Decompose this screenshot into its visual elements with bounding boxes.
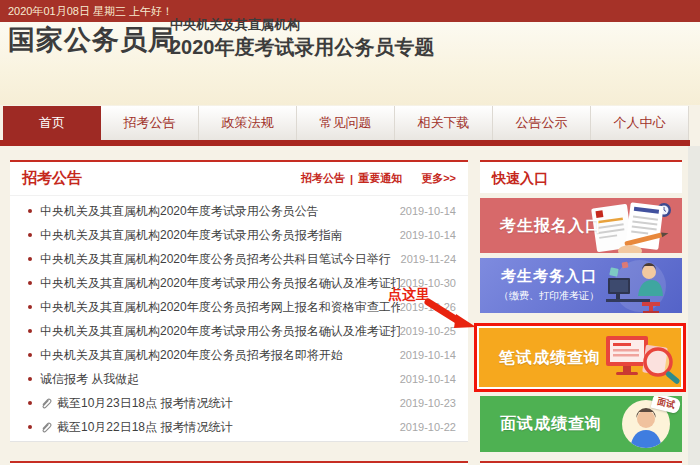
exam-affairs-button[interactable]: 考生考务入口 （缴费、打印准考证） xyxy=(480,258,682,313)
main-nav: 首页 招考公告 政策法规 常见问题 相关下载 公告公示 个人中心 xyxy=(0,106,700,140)
announcements-header-links: 招考公告 | 重要通知 更多>> xyxy=(301,171,456,186)
announcement-link[interactable]: 中央机关及其直属机构2020年度考试录用公务员报名确认及准考证打印咨询电话 xyxy=(40,275,400,292)
site-logo-title: 国家公务员局 xyxy=(8,22,176,58)
announcement-date: 2019-10-14 xyxy=(400,229,456,241)
interview-score-query-label: 面试成绩查询 xyxy=(500,414,602,435)
announcement-date: 2019-10-14 xyxy=(400,349,456,361)
list-item: 截至10月22日18点 报考情况统计2019-10-22 xyxy=(22,415,456,439)
bullet-icon xyxy=(28,377,32,381)
announcements-list: 中央机关及其直属机构2020年度考试录用公务员公告2019-10-14 中央机关… xyxy=(10,196,468,439)
announcements-panel-header: 招考公告 招考公告 | 重要通知 更多>> xyxy=(10,162,468,196)
datetime-text: 2020年01月08日 星期三 上午好！ xyxy=(8,5,173,17)
quick-entry-title: 快速入口 xyxy=(480,162,682,188)
list-item: 截至10月23日18点 报考情况统计2019-10-23 xyxy=(22,391,456,415)
announcement-link[interactable]: 中央机关及其直属机构2020年度公务员招考网上报名和资格审查工作结束 xyxy=(40,299,400,316)
bullet-icon xyxy=(28,233,32,237)
announcement-date: 2019-10-14 xyxy=(400,205,456,217)
announcement-link[interactable]: 中央机关及其直属机构2020年度考试录用公务员报考指南 xyxy=(40,227,400,244)
announcement-link[interactable]: 中央机关及其直属机构2020年度考试录用公务员报名确认及准考证打印网址 xyxy=(40,323,400,340)
more-link[interactable]: 更多>> xyxy=(421,171,456,186)
list-item: 中央机关及其直属机构2020年度考试录用公务员报名确认及准考证打印网址2019-… xyxy=(22,319,456,343)
interview-score-query-button[interactable]: 面试 面试成绩查询 xyxy=(480,396,682,452)
page: 2020年01月08日 星期三 上午好！ 国家公务员局 中央机关及其直属机构 2… xyxy=(0,0,700,465)
nav-underline-bar xyxy=(0,140,690,146)
paperclip-icon xyxy=(40,421,52,433)
tab-notices[interactable]: 公告公示 xyxy=(493,106,591,140)
announcement-date: 2019-10-14 xyxy=(400,373,456,385)
quick-entry-panel: 快速入口 xyxy=(480,160,682,193)
header-subtitle-org: 中央机关及其直属机构 xyxy=(170,16,300,34)
tab-policies[interactable]: 政策法规 xyxy=(199,106,297,140)
tab-home[interactable]: 首页 xyxy=(3,106,101,140)
link-announcements[interactable]: 招考公告 xyxy=(301,171,345,186)
link-separator: | xyxy=(350,173,353,185)
exam-affairs-labels: 考生考务入口 （缴费、打印准考证） xyxy=(490,267,608,303)
highlight-box: 笔试成绩查询 xyxy=(474,323,686,392)
bullet-icon xyxy=(28,353,32,357)
tab-announcements[interactable]: 招考公告 xyxy=(101,106,199,140)
candidate-registration-label: 考生报名入口 xyxy=(500,215,602,236)
top-bar: 2020年01月08日 星期三 上午好！ xyxy=(0,0,700,22)
bullet-icon xyxy=(28,401,32,405)
written-score-query-button[interactable]: 笔试成绩查询 xyxy=(479,328,681,387)
tab-personal-center[interactable]: 个人中心 xyxy=(591,106,689,140)
header-subtitle-topic: 2020年度考试录用公务员专题 xyxy=(170,34,435,61)
list-item: 中央机关及其直属机构2020年度公务员招考报名即将开始2019-10-14 xyxy=(22,343,456,367)
written-score-query-label: 笔试成绩查询 xyxy=(499,347,601,368)
tab-faq[interactable]: 常见问题 xyxy=(297,106,395,140)
list-item: 诚信报考 从我做起2019-10-14 xyxy=(22,367,456,391)
page-edge-strip xyxy=(688,146,700,465)
announcement-link[interactable]: 中央机关及其直属机构2020年度公务员招考报名即将开始 xyxy=(40,347,400,364)
list-item: 中央机关及其直属机构2020年度公务员招考公共科目笔试今日举行2019-11-2… xyxy=(22,247,456,271)
next-panel-right-stub xyxy=(480,461,682,465)
bullet-icon xyxy=(28,329,32,333)
announcement-date: 2019-10-22 xyxy=(400,421,456,433)
exam-affairs-illustration xyxy=(602,258,682,313)
announcement-date: 2019-10-23 xyxy=(400,397,456,409)
bullet-icon xyxy=(28,305,32,309)
link-important-notices[interactable]: 重要通知 xyxy=(358,171,402,186)
next-panel-left-stub xyxy=(10,461,468,465)
announcement-link[interactable]: 截至10月22日18点 报考情况统计 xyxy=(57,419,400,436)
exam-affairs-sublabel: （缴费、打印准考证） xyxy=(490,289,608,303)
bullet-icon xyxy=(28,281,32,285)
annotation-arrow-icon xyxy=(418,294,480,340)
bullet-icon xyxy=(28,209,32,213)
exam-affairs-label: 考生考务入口 xyxy=(490,267,608,286)
bullet-icon xyxy=(28,425,32,429)
announcement-link[interactable]: 截至10月23日18点 报考情况统计 xyxy=(57,395,400,412)
bullet-icon xyxy=(28,257,32,261)
candidate-registration-button[interactable]: 考生报名入口 xyxy=(480,198,682,253)
announcement-link[interactable]: 诚信报考 从我做起 xyxy=(40,371,400,388)
announcement-link[interactable]: 中央机关及其直属机构2020年度考试录用公务员公告 xyxy=(40,203,400,220)
announcement-date: 2019-11-24 xyxy=(401,253,456,265)
list-item: 中央机关及其直属机构2020年度考试录用公务员公告2019-10-14 xyxy=(22,199,456,223)
tab-downloads[interactable]: 相关下载 xyxy=(395,106,493,140)
score-query-illustration xyxy=(596,328,681,387)
announcements-title: 招考公告 xyxy=(22,169,82,188)
paperclip-icon xyxy=(40,397,52,409)
list-item: 中央机关及其直属机构2020年度考试录用公务员报考指南2019-10-14 xyxy=(22,223,456,247)
announcement-link[interactable]: 中央机关及其直属机构2020年度公务员招考公共科目笔试今日举行 xyxy=(40,251,401,268)
